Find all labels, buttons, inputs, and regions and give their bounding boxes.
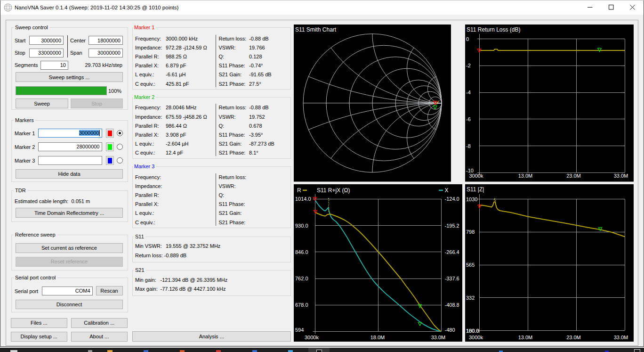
svg-text:100.0: 100.0 [466,328,479,334]
svg-text:-480: -480 [445,327,455,333]
svg-text:13.0M: 13.0M [518,173,533,179]
svg-text:S11 Return Loss (dB): S11 Return Loss (dB) [467,26,521,33]
svg-text:762.0: 762.0 [295,276,308,281]
svg-text:1030: 1030 [466,196,477,202]
svg-text:-195.2: -195.2 [445,223,459,229]
svg-text:3000k: 3000k [469,335,483,340]
svg-text:678.0: 678.0 [295,302,308,308]
svg-text:565: 565 [466,262,475,268]
svg-text:-124.0: -124.0 [445,196,459,202]
svg-text:-8: -8 [466,143,471,149]
svg-text:13.0M: 13.0M [518,335,533,340]
svg-text:332: 332 [466,295,475,301]
svg-text:S11 Smith Chart: S11 Smith Chart [295,26,337,33]
svg-text:594: 594 [295,327,304,333]
svg-text:23.0M: 23.0M [566,173,581,179]
svg-text:846.0: 846.0 [295,249,308,255]
svg-text:33.0M: 33.0M [614,335,628,340]
svg-text:33.0M: 33.0M [431,335,446,340]
svg-text:S11 |Z|: S11 |Z| [467,186,484,193]
svg-text:-2: -2 [466,63,471,68]
svg-text:1014.0: 1014.0 [295,196,311,202]
svg-text:X: X [445,187,449,194]
svg-text:3000k: 3000k [469,173,483,179]
svg-text:23.0M: 23.0M [566,335,581,340]
svg-text:-408.8: -408.8 [445,302,459,308]
svg-text:930.0: 930.0 [295,223,308,229]
svg-text:-266.4: -266.4 [445,249,459,255]
svg-text:3000k: 3000k [305,335,319,340]
svg-text:-6: -6 [466,116,471,122]
svg-text:-10: -10 [466,168,474,173]
svg-text:0: 0 [466,36,469,42]
svg-text:-337.6: -337.6 [445,276,459,281]
svg-text:18.0M: 18.0M [370,335,385,340]
svg-text:-4: -4 [466,90,471,95]
svg-text:33.0M: 33.0M [614,173,628,179]
svg-text:798: 798 [466,229,475,235]
svg-text:S11 R+jX (Ω): S11 R+jX (Ω) [317,187,350,194]
svg-text:R: R [297,187,301,194]
